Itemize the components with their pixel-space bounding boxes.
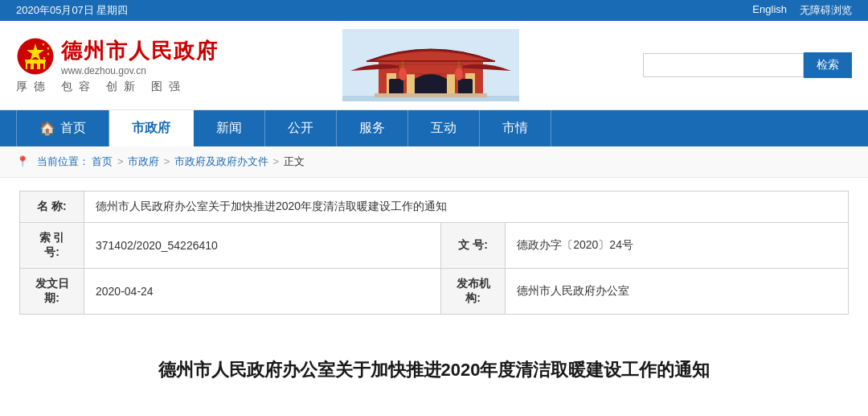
svg-rect-11 [25,60,46,62]
name-label: 名 称: [20,192,84,223]
info-section: 名 称: 德州市人民政府办公室关于加快推进2020年度清洁取暖建设工作的通知 索… [0,178,868,344]
svg-rect-20 [399,64,463,74]
emblem-icon [16,37,55,76]
search-button[interactable]: 检索 [804,52,852,78]
nav-label-news: 新闻 [216,120,242,137]
english-link[interactable]: English [752,3,787,18]
nav-label-open: 公开 [288,120,313,137]
nav-item-cityinfo[interactable]: 市情 [480,110,551,146]
num-value: 德政办字〔2020〕24号 [506,223,849,269]
breadcrumb-sep-2: > [273,155,280,167]
accessibility-link[interactable]: 无障碍浏览 [800,3,852,18]
svg-rect-8 [27,64,31,69]
nav-item-interact[interactable]: 互动 [408,110,480,146]
svg-point-21 [399,68,407,80]
logo-slogan: 厚德 包容 创新 图强 [16,80,219,94]
org-value: 德州市人民政府办公室 [506,269,849,315]
logo-text-area: 德州市人民政府 www.dezhou.gov.cn [61,37,219,76]
breadcrumb: 📍 当前位置： 首页 > 市政府 > 市政府及政府办文件 > 正文 [0,146,868,178]
logo-area: 德州市人民政府 www.dezhou.gov.cn 厚德 包容 创新 图强 [16,37,219,94]
logo-url: www.dezhou.gov.cn [61,65,219,76]
breadcrumb-item-0[interactable]: 首页 [92,155,113,167]
breadcrumb-item-1[interactable]: 市政府 [128,155,159,167]
top-bar: 2020年05月07日 星期四 English 无障碍浏览 [0,0,868,21]
nav-label-interact: 互动 [431,120,457,137]
svg-rect-26 [375,93,487,97]
nav-label-cityinfo: 市情 [502,120,528,137]
num-label: 文 号: [441,223,506,269]
table-row-index-num: 索 引 号: 371402/2020_54226410 文 号: 德政办字〔20… [20,223,849,269]
nav-item-szhengfu[interactable]: 市政府 [109,110,194,146]
table-row-date-org: 发文日期: 2020-04-24 发布机构: 德州市人民政府办公室 [20,269,849,315]
svg-point-22 [455,68,463,80]
nav-item-open[interactable]: 公开 [265,110,337,146]
nav-item-home[interactable]: 🏠 首页 [16,110,109,146]
top-bar-right: English 无障碍浏览 [752,3,852,18]
breadcrumb-sep-0: > [117,155,124,167]
table-row-name: 名 称: 德州市人民政府办公室关于加快推进2020年度清洁取暖建设工作的通知 [20,192,849,223]
svg-rect-10 [40,64,43,69]
nav-item-news[interactable]: 新闻 [194,110,265,146]
date-value: 2020-04-24 [84,269,441,315]
nav-item-service[interactable]: 服务 [337,110,408,146]
info-table: 名 称: 德州市人民政府办公室关于加快推进2020年度清洁取暖建设工作的通知 索… [19,191,849,315]
home-icon: 🏠 [39,121,55,136]
breadcrumb-prefix: 当前位置： [37,155,89,167]
nav-label-service: 服务 [359,120,385,137]
date-label: 发文日期: [20,269,84,315]
header: 德州市人民政府 www.dezhou.gov.cn 厚德 包容 创新 图强 [0,21,868,110]
org-label: 发布机构: [441,269,506,315]
article-title: 德州市人民政府办公室关于加快推进2020年度清洁取暖建设工作的通知 [0,344,868,389]
logo-main-text: 德州市人民政府 [61,37,219,65]
gate-area [219,29,643,101]
search-input[interactable] [643,53,804,77]
logo-title: 德州市人民政府 www.dezhou.gov.cn [16,37,219,76]
nav-bar: 🏠 首页 市政府 新闻 公开 服务 互动 市情 [0,110,868,146]
breadcrumb-sep-1: > [164,155,170,167]
index-label: 索 引 号: [20,223,84,269]
nav-label-szhengfu: 市政府 [132,120,170,137]
date-display: 2020年05月07日 星期四 [16,3,128,18]
breadcrumb-item-2[interactable]: 市政府及政府办文件 [174,155,268,167]
search-area: 检索 [643,52,852,78]
breadcrumb-item-3: 正文 [284,155,305,167]
nav-label-home: 首页 [60,120,86,137]
index-value: 371402/2020_54226410 [84,223,441,269]
name-value: 德州市人民政府办公室关于加快推进2020年度清洁取暖建设工作的通知 [84,192,849,223]
svg-rect-9 [34,64,37,69]
location-icon: 📍 [16,155,29,167]
gate-icon [342,29,519,101]
